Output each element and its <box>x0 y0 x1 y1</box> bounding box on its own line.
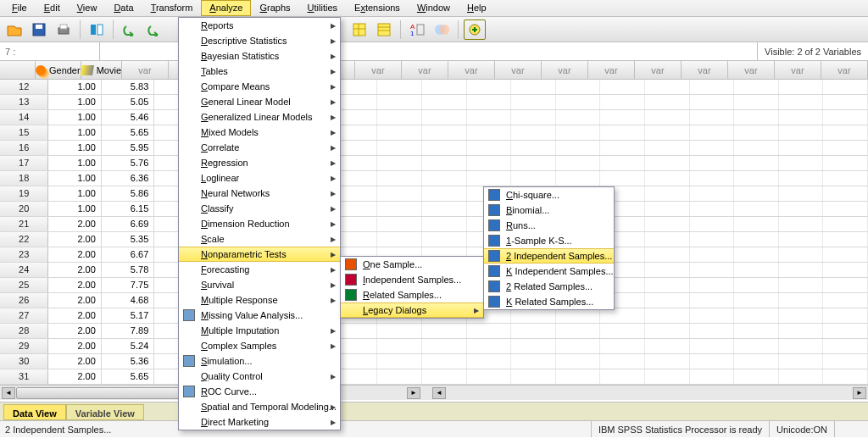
cell-empty[interactable] <box>645 369 690 384</box>
menu-item-multiple-response[interactable]: Multiple Response▶ <box>179 292 340 308</box>
cell-gender[interactable]: 1.00 <box>48 110 101 125</box>
cell-empty[interactable] <box>779 110 824 125</box>
cell-empty[interactable] <box>690 80 735 94</box>
scroll-right-icon[interactable]: ► <box>407 387 420 399</box>
cell-empty[interactable] <box>690 308 735 323</box>
row-header[interactable]: 21 <box>0 217 48 231</box>
column-empty-var[interactable]: var <box>682 61 728 79</box>
cell-gender[interactable]: 1.00 <box>48 171 101 186</box>
menu-item-direct-marketing[interactable]: Direct Marketing▶ <box>179 414 340 430</box>
cell-empty[interactable] <box>467 80 512 94</box>
menu-item-2-related-samples[interactable]: 2 Related Samples... <box>484 279 614 294</box>
scroll-left-icon-2[interactable]: ◄ <box>432 387 446 399</box>
cell-gender[interactable]: 1.00 <box>48 95 101 109</box>
cell-empty[interactable] <box>556 95 601 109</box>
menu-item-independent-samples[interactable]: Independent Samples... <box>341 272 483 287</box>
cell-empty[interactable] <box>734 232 779 247</box>
menu-item-dimension-reduction[interactable]: Dimension Reduction▶ <box>179 216 340 231</box>
cell-empty[interactable] <box>377 369 422 384</box>
cell-empty[interactable] <box>467 369 512 384</box>
cell-empty[interactable] <box>690 125 735 140</box>
cell-empty[interactable] <box>779 202 824 216</box>
cell-empty[interactable] <box>645 125 690 140</box>
cell-empty[interactable] <box>779 369 824 384</box>
cell-empty[interactable] <box>645 339 690 353</box>
cell-gender[interactable]: 2.00 <box>48 217 101 231</box>
cell-empty[interactable] <box>645 171 690 186</box>
cell-empty[interactable] <box>467 95 512 109</box>
cell-empty[interactable] <box>779 247 824 262</box>
cell-empty[interactable] <box>556 156 601 170</box>
cell-empty[interactable] <box>422 202 467 216</box>
row-header[interactable]: 24 <box>0 263 48 277</box>
cell-empty[interactable] <box>511 308 556 323</box>
row-header[interactable]: 30 <box>0 354 48 369</box>
cell-empty[interactable] <box>645 95 690 109</box>
column-empty-var[interactable]: var <box>635 61 682 79</box>
menu-help[interactable]: Help <box>459 0 495 16</box>
save-icon[interactable] <box>28 19 50 40</box>
cell-empty[interactable] <box>377 125 422 140</box>
cell-gender[interactable]: 1.00 <box>48 80 101 94</box>
cell-movie[interactable]: 6.36 <box>102 171 154 186</box>
cell-empty[interactable] <box>823 369 868 384</box>
cell-empty[interactable] <box>690 141 735 155</box>
cell-empty[interactable] <box>377 141 422 155</box>
cell-movie[interactable]: 5.95 <box>102 141 154 155</box>
cell-empty[interactable] <box>422 156 467 170</box>
cell-empty[interactable] <box>779 95 824 109</box>
menu-item-mixed-models[interactable]: Mixed Models▶ <box>179 125 340 140</box>
cell-gender[interactable]: 2.00 <box>48 232 101 247</box>
open-icon[interactable] <box>3 19 25 40</box>
cell-empty[interactable] <box>556 354 601 369</box>
menu-item-2-independent-samples[interactable]: 2 Independent Samples... <box>484 248 614 264</box>
cell-empty[interactable] <box>600 354 645 369</box>
row-header[interactable]: 16 <box>0 141 48 155</box>
cell-empty[interactable] <box>779 217 824 231</box>
cell-gender[interactable]: 2.00 <box>48 293 101 308</box>
row-header[interactable]: 22 <box>0 232 48 247</box>
menu-item-spatial-and-temporal-modeling[interactable]: Spatial and Temporal Modeling...▶ <box>179 399 340 414</box>
column-movie[interactable]: Movie <box>81 61 122 79</box>
cell-empty[interactable] <box>734 171 779 186</box>
cell-empty[interactable] <box>556 141 601 155</box>
cell-empty[interactable] <box>467 125 512 140</box>
cell-movie[interactable]: 7.89 <box>102 324 154 338</box>
cell-empty[interactable] <box>779 293 824 308</box>
cell-empty[interactable] <box>823 141 868 155</box>
cell-empty[interactable] <box>377 217 422 231</box>
menu-item-survival[interactable]: Survival▶ <box>179 277 340 292</box>
cell-gender[interactable]: 1.00 <box>48 156 101 170</box>
cell-gender[interactable]: 1.00 <box>48 202 101 216</box>
cell-empty[interactable] <box>734 354 779 369</box>
cell-empty[interactable] <box>779 324 824 338</box>
menu-item-related-samples[interactable]: Related Samples... <box>341 287 483 302</box>
cell-empty[interactable] <box>377 80 422 94</box>
cell-movie[interactable]: 5.78 <box>102 263 154 277</box>
cell-empty[interactable] <box>823 95 868 109</box>
row-header[interactable]: 25 <box>0 278 48 292</box>
cell-empty[interactable] <box>467 339 512 353</box>
menu-item-tables[interactable]: Tables▶ <box>179 64 340 79</box>
cell-empty[interactable] <box>645 354 690 369</box>
cell-empty[interactable] <box>645 186 690 201</box>
cell-empty[interactable] <box>734 141 779 155</box>
cell-movie[interactable]: 5.46 <box>102 110 154 125</box>
cell-empty[interactable] <box>734 202 779 216</box>
cell-empty[interactable] <box>690 202 735 216</box>
cell-empty[interactable] <box>645 308 690 323</box>
cell-gender[interactable]: 2.00 <box>48 369 101 384</box>
cell-empty[interactable] <box>690 293 735 308</box>
cell-empty[interactable] <box>690 232 735 247</box>
column-empty-var[interactable]: var <box>402 61 448 79</box>
cell-empty[interactable] <box>645 324 690 338</box>
cell-empty[interactable] <box>734 95 779 109</box>
cell-empty[interactable] <box>511 354 556 369</box>
menu-item-general-linear-model[interactable]: General Linear Model▶ <box>179 94 340 109</box>
cell-empty[interactable] <box>734 125 779 140</box>
cell-movie[interactable]: 6.15 <box>102 202 154 216</box>
menu-file[interactable]: File <box>3 0 36 16</box>
column-empty-var[interactable]: var <box>448 61 495 79</box>
cell-empty[interactable] <box>377 339 422 353</box>
menu-item-quality-control[interactable]: Quality Control▶ <box>179 369 340 384</box>
